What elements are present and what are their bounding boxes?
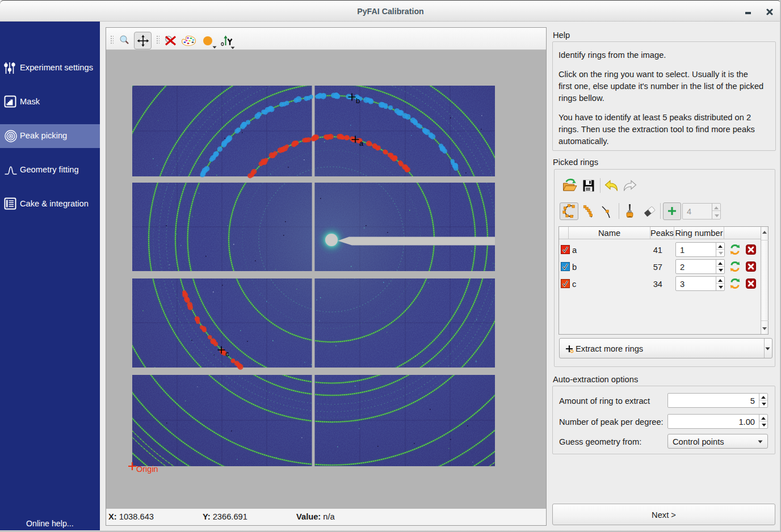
svg-text:c: c xyxy=(225,349,229,358)
svg-text:Origin: Origin xyxy=(136,465,158,474)
svg-text:a: a xyxy=(359,139,364,147)
svg-text:b: b xyxy=(356,96,360,105)
